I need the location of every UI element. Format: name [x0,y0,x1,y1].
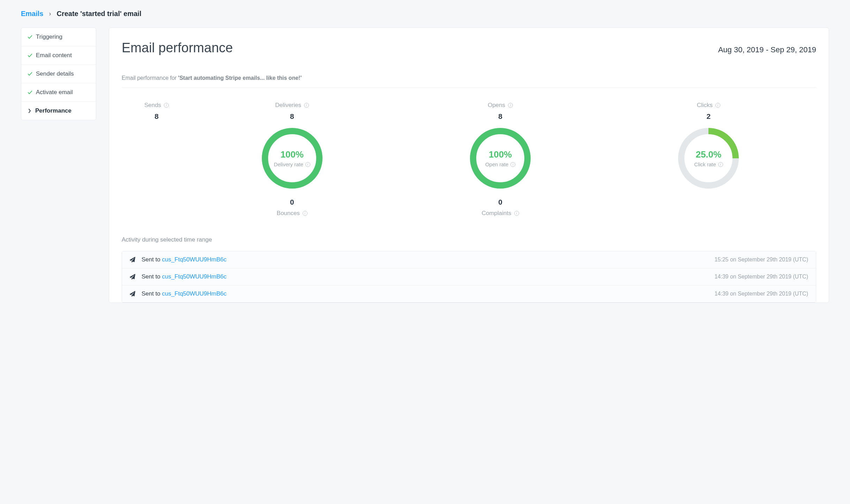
activity-section: Activity during selected time range Sent… [122,236,816,303]
activity-time: 14:39 on September 29th 2019 (UTC) [714,291,808,297]
metric-opens: Opens 8 100%Open rate 0 Complaints [396,102,604,217]
check-icon [28,35,32,39]
donut-percent: 25.0% [696,149,721,160]
deliveries-value: 8 [275,112,309,121]
info-icon[interactable] [715,103,720,108]
paper-plane-icon [130,274,135,280]
customer-link[interactable]: cus_Ftq50WUU9HmB6c [162,273,227,280]
check-icon [28,53,32,58]
sidebar-item-activate-email[interactable]: Activate email [21,83,96,102]
check-icon [28,71,32,76]
info-icon[interactable] [164,103,169,108]
sidebar-item-triggering[interactable]: Triggering [21,28,96,46]
customer-link[interactable]: cus_Ftq50WUU9HmB6c [162,290,227,297]
complaints-label: Complaints [481,210,511,217]
donut-percent: 100% [489,149,512,160]
clicks-value: 2 [697,112,720,121]
delivery-rate-donut: 100%Delivery rate [261,127,324,190]
page-title: Email performance [122,40,233,55]
sidebar-item-email-content[interactable]: Email content [21,46,96,65]
check-icon [28,90,32,95]
open-rate-donut: 100%Open rate [469,127,532,190]
sent-prefix: Sent to [142,256,162,263]
paper-plane-icon [130,291,135,297]
sidebar-item-label: Performance [35,107,71,114]
activity-table: Sent to cus_Ftq50WUU9HmB6c15:25 on Septe… [122,251,816,303]
opens-value: 8 [488,112,513,121]
customer-link[interactable]: cus_Ftq50WUU9HmB6c [162,256,227,263]
info-icon[interactable] [305,162,310,167]
activity-row: Sent to cus_Ftq50WUU9HmB6c14:39 on Septe… [122,268,816,285]
donut-label: Delivery rate [274,161,303,167]
donut-label: Click rate [694,161,716,167]
metric-sends: Sends 8 [125,102,188,217]
sidebar-item-label: Activate email [36,89,73,96]
sidebar-item-label: Email content [36,52,72,59]
sends-value: 8 [144,112,169,121]
sent-prefix: Sent to [142,273,162,280]
sidebar-item-performance[interactable]: Performance [21,102,96,120]
metric-clicks: Clicks 2 25.0%Click rate [605,102,813,217]
sidebar-item-label: Triggering [36,33,62,40]
complaints-value: 0 [481,198,519,206]
bounces-value: 0 [277,198,308,206]
activity-time: 15:25 on September 29th 2019 (UTC) [714,257,808,263]
paper-plane-icon [130,257,135,262]
activity-row: Sent to cus_Ftq50WUU9HmB6c14:39 on Septe… [122,285,816,302]
activity-text: Sent to cus_Ftq50WUU9HmB6c [142,273,227,280]
info-icon[interactable] [514,211,519,216]
email-subtitle: Email performance for 'Start automating … [122,75,816,88]
wizard-sidebar: TriggeringEmail contentSender detailsAct… [21,28,96,120]
info-icon[interactable] [303,211,308,216]
subtitle-prefix: Email performance for [122,75,178,81]
activity-row: Sent to cus_Ftq50WUU9HmB6c15:25 on Septe… [122,251,816,268]
breadcrumb: Emails › Create 'started trial' email [21,10,829,18]
chevron-right-icon: › [49,10,51,17]
info-icon[interactable] [304,103,309,108]
activity-text: Sent to cus_Ftq50WUU9HmB6c [142,256,227,263]
main-panel: Email performance Aug 30, 2019 - Sep 29,… [109,28,829,303]
clicks-label: Clicks [697,102,713,109]
opens-label: Opens [488,102,505,109]
chevron-right-icon [28,109,31,113]
sidebar-item-sender-details[interactable]: Sender details [21,65,96,83]
email-name: 'Start automating Stripe emails... like … [178,75,302,81]
metric-deliveries: Deliveries 8 100%Delivery rate 0 Bounces [188,102,396,217]
bounces-label: Bounces [277,210,300,217]
sidebar-item-label: Sender details [36,70,74,77]
donut-percent: 100% [280,149,304,160]
deliveries-label: Deliveries [275,102,301,109]
activity-time: 14:39 on September 29th 2019 (UTC) [714,274,808,280]
breadcrumb-current: Create 'started trial' email [56,10,141,18]
click-rate-donut: 25.0%Click rate [677,127,740,190]
donut-label: Open rate [485,161,509,167]
breadcrumb-root-link[interactable]: Emails [21,10,43,18]
metrics-section: Sends 8 Deliveries 8 100%Delivery rate 0… [122,102,816,220]
activity-text: Sent to cus_Ftq50WUU9HmB6c [142,290,227,297]
sends-label: Sends [144,102,161,109]
activity-title: Activity during selected time range [122,236,816,243]
info-icon[interactable] [718,162,723,167]
sent-prefix: Sent to [142,290,162,297]
info-icon[interactable] [508,103,513,108]
info-icon[interactable] [510,162,515,167]
date-range: Aug 30, 2019 - Sep 29, 2019 [718,45,816,54]
